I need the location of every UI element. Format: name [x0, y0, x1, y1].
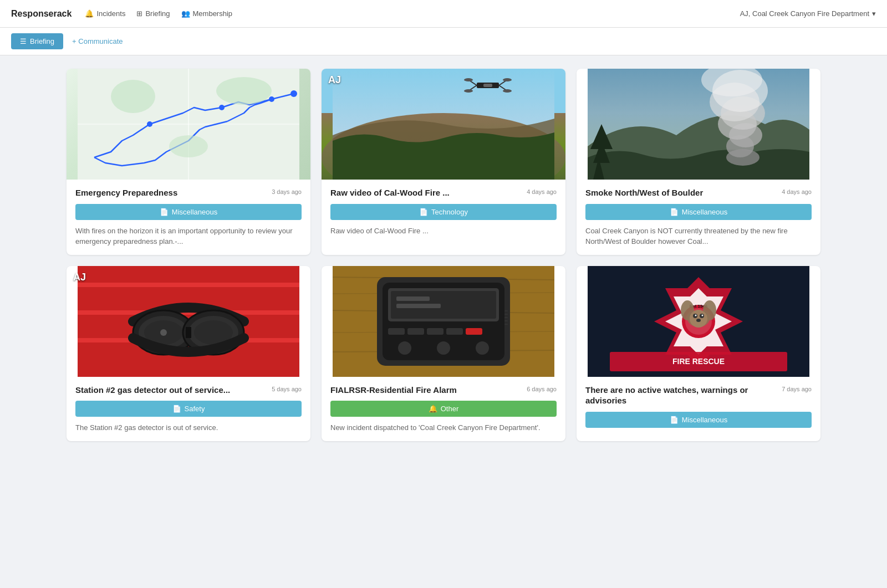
- card-title: Station #2 gas detector out of service..…: [75, 385, 272, 396]
- user-menu[interactable]: AJ, Coal Creek Canyon Fire Department ▾: [740, 9, 876, 18]
- card-header-row: Emergency Preparedness 3 days ago: [75, 187, 302, 198]
- card-tag-misc[interactable]: 📄 Miscellaneous: [585, 412, 812, 428]
- people-icon: 👥: [181, 9, 190, 18]
- card-tag-misc[interactable]: 📄 Miscellaneous: [75, 204, 302, 220]
- card-gas-detector: AJ Station #2 gas detector out of servic…: [67, 266, 310, 441]
- card-description: With fires on the horizon it is an impor…: [75, 226, 302, 247]
- card-title: Smoke North/West of Boulder: [585, 187, 782, 198]
- brand-logo: Responserack: [11, 9, 72, 19]
- list-icon: ☰: [20, 37, 27, 45]
- svg-rect-67: [504, 317, 508, 318]
- avatar-badge: AJ: [328, 74, 341, 86]
- card-image-smoke: [577, 69, 820, 180]
- bell-icon: 🔔: [429, 405, 437, 413]
- svg-point-17: [503, 78, 512, 81]
- svg-point-64: [476, 341, 489, 355]
- card-description: New incident dispatched to 'Coal Creek C…: [330, 422, 557, 433]
- svg-point-6: [169, 135, 208, 157]
- svg-rect-66: [504, 314, 508, 315]
- svg-rect-69: [504, 324, 508, 325]
- card-description: The Station #2 gas detector is out of se…: [75, 422, 302, 433]
- card-body: FIALRSR-Residential Fire Alarm 6 days ag…: [322, 377, 565, 441]
- svg-rect-61: [466, 328, 482, 335]
- card-header-row: Station #2 gas detector out of service..…: [75, 385, 302, 396]
- card-fialrsr: FIALRSR-Residential Fire Alarm 6 days ag…: [322, 266, 565, 441]
- svg-rect-55: [396, 296, 430, 301]
- card-smoke-boulder: Smoke North/West of Boulder 4 days ago 📄…: [577, 69, 820, 255]
- chevron-down-icon: ▾: [872, 9, 876, 18]
- svg-rect-60: [446, 328, 463, 335]
- briefing-button[interactable]: ☰ Briefing: [11, 33, 63, 49]
- svg-rect-59: [427, 328, 443, 335]
- svg-point-5: [216, 77, 272, 105]
- card-image-drone: AJ: [322, 69, 565, 180]
- doc-icon: 📄: [670, 416, 679, 424]
- card-body: Station #2 gas detector out of service..…: [67, 377, 310, 441]
- card-image-map: [67, 69, 310, 180]
- card-time: 6 days ago: [527, 386, 557, 392]
- card-time: 5 days ago: [272, 386, 302, 392]
- svg-point-63: [437, 341, 450, 355]
- navbar: Responserack 🔔 Incidents ⊞ Briefing 👥 Me…: [0, 0, 887, 28]
- card-tag-safety[interactable]: 📄 Safety: [75, 401, 302, 417]
- nav-briefing[interactable]: ⊞ Briefing: [136, 9, 170, 18]
- svg-point-8: [219, 105, 225, 110]
- svg-rect-57: [388, 328, 405, 335]
- card-tag-misc[interactable]: 📄 Miscellaneous: [585, 204, 812, 220]
- card-body: There are no active watches, warnings or…: [577, 377, 820, 441]
- card-header-row: Smoke North/West of Boulder 4 days ago: [585, 187, 812, 198]
- doc-icon: 📄: [670, 208, 679, 216]
- card-image-pager: [322, 266, 565, 377]
- svg-point-10: [290, 90, 297, 97]
- doc-icon: 📄: [419, 208, 428, 216]
- svg-point-86: [695, 314, 697, 316]
- doc-icon: 📄: [172, 405, 181, 413]
- card-time: 4 days ago: [527, 188, 557, 195]
- card-description: Coal Creek Canyon is NOT currently threa…: [585, 226, 812, 247]
- card-title: Raw video of Cal-Wood Fire ...: [330, 187, 527, 198]
- svg-point-43: [160, 329, 167, 336]
- card-title: There are no active watches, warnings or…: [585, 385, 782, 406]
- svg-rect-65: [504, 310, 508, 311]
- grid-icon: ⊞: [136, 9, 142, 18]
- svg-point-87: [702, 314, 704, 316]
- card-title: FIALRSR-Residential Fire Alarm: [330, 385, 527, 396]
- nav-items: 🔔 Incidents ⊞ Briefing 👥 Membership: [85, 9, 232, 18]
- toolbar: ☰ Briefing + Communicate: [0, 28, 887, 55]
- communicate-button[interactable]: + Communicate: [72, 37, 123, 45]
- card-body: Emergency Preparedness 3 days ago 📄 Misc…: [67, 180, 310, 255]
- svg-point-88: [696, 319, 701, 322]
- doc-icon: 📄: [160, 208, 169, 216]
- card-time: 3 days ago: [272, 188, 302, 195]
- card-emergency-preparedness: Emergency Preparedness 3 days ago 📄 Misc…: [67, 69, 310, 255]
- card-time: 7 days ago: [782, 386, 812, 392]
- card-no-watches: ✚ Est 1946 FIRE RESCUE: [577, 266, 820, 441]
- card-body: Raw video of Cal-Wood Fire ... 4 days ag…: [322, 180, 565, 244]
- cards-grid: Emergency Preparedness 3 days ago 📄 Misc…: [67, 69, 820, 441]
- svg-point-20: [464, 89, 473, 93]
- svg-point-16: [464, 78, 473, 81]
- card-time: 4 days ago: [782, 188, 812, 195]
- main-content: Emergency Preparedness 3 days ago 📄 Misc…: [0, 55, 887, 454]
- svg-rect-68: [504, 320, 508, 321]
- nav-incidents[interactable]: 🔔 Incidents: [85, 9, 125, 18]
- avatar-badge: AJ: [73, 272, 86, 283]
- card-header-row: Raw video of Cal-Wood Fire ... 4 days ag…: [330, 187, 557, 198]
- svg-rect-56: [396, 304, 441, 308]
- card-header-row: There are no active watches, warnings or…: [585, 385, 812, 406]
- card-description: Raw video of Cal-Wood Fire ...: [330, 226, 557, 237]
- svg-rect-34: [78, 283, 299, 287]
- svg-point-7: [147, 121, 152, 127]
- svg-point-21: [503, 89, 512, 93]
- card-body: Smoke North/West of Boulder 4 days ago 📄…: [577, 180, 820, 255]
- svg-point-9: [269, 96, 274, 102]
- svg-point-62: [398, 341, 411, 355]
- bell-icon: 🔔: [85, 9, 94, 18]
- card-tag-other[interactable]: 🔔 Other: [330, 401, 557, 417]
- card-tag-tech[interactable]: 📄 Technology: [330, 204, 557, 220]
- card-title: Emergency Preparedness: [75, 187, 272, 198]
- svg-text:FIRE RESCUE: FIRE RESCUE: [672, 357, 725, 366]
- card-header-row: FIALRSR-Residential Fire Alarm 6 days ag…: [330, 385, 557, 396]
- nav-membership[interactable]: 👥 Membership: [181, 9, 233, 18]
- card-image-goggles: AJ: [67, 266, 310, 377]
